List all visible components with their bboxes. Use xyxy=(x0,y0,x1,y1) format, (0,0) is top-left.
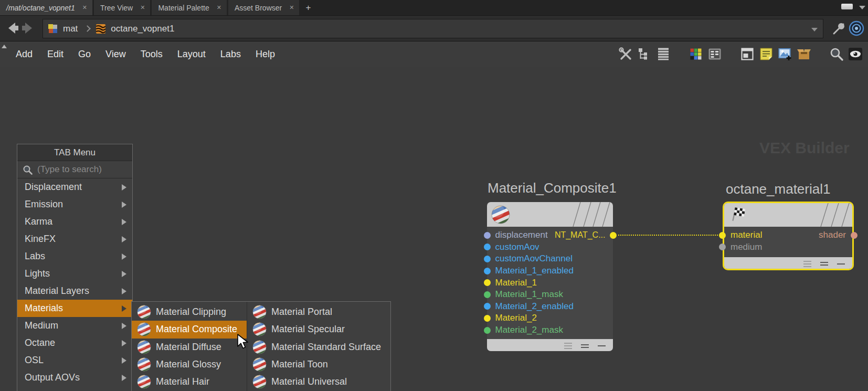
menu-item-material-clipping[interactable]: Material Clipping xyxy=(132,303,247,321)
port-row-material-1-enabled[interactable]: Material_1_enabled xyxy=(487,265,613,277)
menu-view[interactable]: View xyxy=(98,41,133,67)
category-osl[interactable]: OSL xyxy=(17,352,132,369)
node-footer[interactable] xyxy=(487,339,613,351)
list-icon[interactable] xyxy=(656,47,671,61)
back-arrow-button[interactable] xyxy=(5,21,19,35)
output-port-dot[interactable] xyxy=(610,232,617,239)
menu-tools[interactable]: Tools xyxy=(133,41,170,67)
pane-tab-tree-view[interactable]: Tree View ✕ xyxy=(94,0,150,15)
input-port-dot[interactable] xyxy=(484,303,491,310)
search-icon[interactable] xyxy=(829,47,844,61)
close-icon[interactable]: ✕ xyxy=(82,4,87,11)
node-badge-icon[interactable] xyxy=(820,260,828,266)
path-field[interactable]: mat octane_vopnet1 xyxy=(43,19,823,38)
radar-target-icon[interactable] xyxy=(848,20,865,37)
menu-layout[interactable]: Layout xyxy=(170,41,213,67)
sticky-note-icon[interactable] xyxy=(759,47,774,61)
port-row-material-2[interactable]: Material_2 xyxy=(487,312,613,324)
port-row-material-1[interactable]: Material_1 xyxy=(487,277,613,289)
category-outputs[interactable]: Outputs xyxy=(17,386,132,391)
port-row-material-1-mask[interactable]: Material_1_mask xyxy=(487,289,613,301)
menu-item-material-specular[interactable]: Material Specular xyxy=(247,321,390,338)
category-karma[interactable]: Karma xyxy=(17,213,132,230)
category-kinefx[interactable]: KineFX xyxy=(17,230,132,248)
node-header[interactable] xyxy=(487,202,613,227)
menu-item-material-portal[interactable]: Material Portal xyxy=(247,303,390,321)
tree-hierarchy-icon[interactable] xyxy=(637,47,652,61)
port-row-displacement[interactable]: displacement NT_MAT_C... xyxy=(487,229,613,241)
subnet-window-icon[interactable] xyxy=(740,47,755,61)
category-emission[interactable]: Emission xyxy=(17,196,132,213)
category-materials-highlighted[interactable]: Materials xyxy=(17,300,132,317)
port-row-customaov[interactable]: customAov xyxy=(487,241,613,253)
menu-item-material-universal[interactable]: Material Universal xyxy=(247,373,390,390)
node-header[interactable] xyxy=(724,203,852,227)
port-row-material-2-mask[interactable]: Material_2_mask xyxy=(487,324,613,336)
tools-icon[interactable] xyxy=(618,47,633,61)
menu-item-material-hair[interactable]: Material Hair xyxy=(132,373,247,390)
path-segment-mat[interactable]: mat xyxy=(63,24,78,34)
pane-tab-asset-browser[interactable]: Asset Browser ✕ xyxy=(228,0,299,15)
layout-grid-icon[interactable] xyxy=(707,47,722,61)
port-row-medium[interactable]: medium xyxy=(724,241,852,253)
output-port[interactable]: shader xyxy=(819,229,852,241)
input-port-dot[interactable] xyxy=(719,232,726,239)
node-badge-icon[interactable] xyxy=(598,344,606,346)
input-port-dot[interactable] xyxy=(484,232,491,239)
menu-item-material-glossy[interactable]: Material Glossy xyxy=(132,356,247,373)
node-connection-wire[interactable] xyxy=(618,235,724,236)
input-port-dot[interactable] xyxy=(484,327,491,334)
node-badge-icon[interactable] xyxy=(564,341,572,349)
category-output-aovs[interactable]: Output AOVs xyxy=(17,369,132,386)
path-dropdown-caret[interactable] xyxy=(811,28,818,31)
port-row-material-2-enabled[interactable]: Material_2_enabled xyxy=(487,301,613,313)
node-badge-icon[interactable] xyxy=(581,343,589,348)
category-displacement[interactable]: Displacement xyxy=(17,178,132,196)
node-badge-icon[interactable] xyxy=(803,259,811,267)
asset-box-icon[interactable] xyxy=(797,47,811,61)
category-labs[interactable]: Labs xyxy=(17,248,132,265)
category-lights[interactable]: Lights xyxy=(17,265,132,282)
menu-item-material-composite-highlighted[interactable]: Material Composite xyxy=(132,321,247,338)
node-badge-icon[interactable] xyxy=(837,262,845,265)
input-port-dot[interactable] xyxy=(484,256,491,262)
close-icon[interactable]: ✕ xyxy=(289,4,294,11)
port-row-material[interactable]: material shader xyxy=(724,229,852,241)
pin-icon[interactable] xyxy=(831,20,848,37)
port-row-customaovchannel[interactable]: customAovChannel xyxy=(487,253,613,265)
menu-item-material-diffuse[interactable]: Material Diffuse xyxy=(132,339,247,356)
close-icon[interactable]: ✕ xyxy=(217,4,221,11)
menu-help[interactable]: Help xyxy=(248,41,282,67)
menu-item-material-toon[interactable]: Material Toon xyxy=(247,356,390,373)
input-port-dot[interactable] xyxy=(484,291,491,298)
node-octane-material1-selected[interactable]: material shader medium xyxy=(723,202,854,270)
node-footer[interactable] xyxy=(724,257,852,269)
input-port-dot[interactable] xyxy=(484,244,491,250)
new-tab-button[interactable]: + xyxy=(301,0,315,15)
output-port[interactable]: NT_MAT_C... xyxy=(555,229,613,241)
menu-item-material-standard-surface[interactable]: Material Standard Surface xyxy=(247,339,390,356)
category-octane[interactable]: Octane xyxy=(17,334,132,352)
menu-go[interactable]: Go xyxy=(71,41,98,67)
scroll-up-icon[interactable] xyxy=(2,45,7,48)
close-icon[interactable]: ✕ xyxy=(140,4,145,11)
background-image-icon[interactable] xyxy=(778,47,792,61)
path-segment-vopnet[interactable]: octane_vopnet1 xyxy=(111,24,174,34)
input-port-dot[interactable] xyxy=(484,315,491,322)
network-editor-canvas[interactable]: VEX Builder Material_Composite1 displace… xyxy=(0,67,868,391)
category-medium[interactable]: Medium xyxy=(17,317,132,334)
forward-arrow-button[interactable] xyxy=(21,21,35,35)
input-port-dot[interactable] xyxy=(484,268,491,274)
output-port-dot[interactable] xyxy=(851,232,858,239)
pane-tab-network[interactable]: /mat/octane_vopnet1 ✕ xyxy=(0,0,92,15)
menu-add[interactable]: Add xyxy=(8,41,40,67)
input-port-dot[interactable] xyxy=(484,279,491,286)
pane-tab-material-palette[interactable]: Material Palette ✕ xyxy=(152,0,227,15)
color-palette-icon[interactable] xyxy=(689,47,703,61)
menu-labs[interactable]: Labs xyxy=(213,41,248,67)
visibility-eye-icon[interactable] xyxy=(848,47,863,61)
menu-edit[interactable]: Edit xyxy=(40,41,71,67)
pane-maximize-button[interactable] xyxy=(841,4,853,9)
category-material-layers[interactable]: Material Layers xyxy=(17,282,132,300)
tab-menu-search[interactable]: (Type to search) xyxy=(17,161,132,178)
